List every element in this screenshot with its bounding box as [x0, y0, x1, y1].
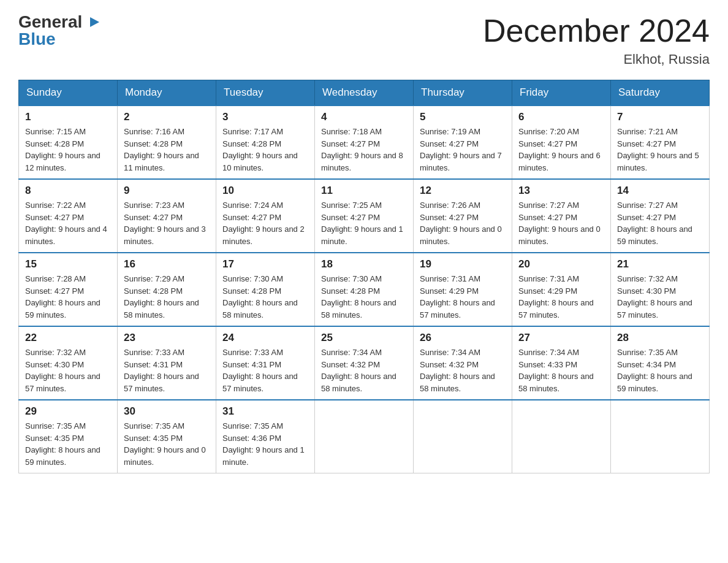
logo-blue-text: Blue [18, 29, 56, 49]
calendar-cell: 9 Sunrise: 7:23 AMSunset: 4:27 PMDayligh… [118, 179, 216, 253]
day-number: 11 [321, 185, 407, 197]
weekday-header-tuesday: Tuesday [216, 80, 315, 106]
calendar-cell [315, 400, 414, 473]
title-block: December 2024 Elkhot, Russia [483, 12, 710, 67]
calendar-week-1: 1 Sunrise: 7:15 AMSunset: 4:28 PMDayligh… [19, 105, 710, 179]
day-info: Sunrise: 7:22 AMSunset: 4:27 PMDaylight:… [25, 199, 111, 247]
calendar-cell: 10 Sunrise: 7:24 AMSunset: 4:27 PMDaylig… [216, 179, 315, 253]
calendar-cell: 31 Sunrise: 7:35 AMSunset: 4:36 PMDaylig… [216, 400, 315, 473]
day-number: 29 [25, 405, 111, 418]
calendar-cell: 14 Sunrise: 7:27 AMSunset: 4:27 PMDaylig… [611, 179, 710, 253]
day-info: Sunrise: 7:35 AMSunset: 4:36 PMDaylight:… [222, 420, 308, 468]
calendar-cell: 11 Sunrise: 7:25 AMSunset: 4:27 PMDaylig… [315, 179, 414, 253]
day-number: 13 [518, 185, 604, 197]
calendar-cell: 24 Sunrise: 7:33 AMSunset: 4:31 PMDaylig… [216, 326, 315, 400]
day-number: 19 [420, 258, 506, 270]
calendar-cell: 15 Sunrise: 7:28 AMSunset: 4:27 PMDaylig… [19, 253, 118, 326]
day-number: 3 [222, 111, 308, 123]
calendar-cell [611, 400, 710, 473]
day-number: 20 [518, 258, 604, 270]
day-number: 9 [124, 185, 210, 197]
day-info: Sunrise: 7:29 AMSunset: 4:28 PMDaylight:… [124, 273, 210, 321]
calendar-cell: 5 Sunrise: 7:19 AMSunset: 4:27 PMDayligh… [414, 105, 512, 179]
weekday-header-sunday: Sunday [19, 80, 118, 106]
day-number: 8 [25, 185, 111, 197]
day-info: Sunrise: 7:19 AMSunset: 4:27 PMDaylight:… [420, 126, 506, 174]
calendar-cell: 23 Sunrise: 7:33 AMSunset: 4:31 PMDaylig… [118, 326, 216, 400]
day-info: Sunrise: 7:35 AMSunset: 4:34 PMDaylight:… [617, 347, 703, 394]
calendar-body: 1 Sunrise: 7:15 AMSunset: 4:28 PMDayligh… [19, 105, 710, 473]
day-number: 10 [222, 185, 308, 197]
day-info: Sunrise: 7:23 AMSunset: 4:27 PMDaylight:… [124, 199, 210, 247]
day-number: 30 [124, 405, 210, 418]
calendar-cell: 12 Sunrise: 7:26 AMSunset: 4:27 PMDaylig… [414, 179, 512, 253]
day-number: 1 [25, 111, 111, 123]
day-number: 14 [617, 185, 703, 197]
day-info: Sunrise: 7:33 AMSunset: 4:31 PMDaylight:… [222, 347, 308, 394]
weekday-header-thursday: Thursday [414, 80, 512, 106]
day-info: Sunrise: 7:33 AMSunset: 4:31 PMDaylight:… [124, 347, 210, 394]
calendar-week-5: 29 Sunrise: 7:35 AMSunset: 4:35 PMDaylig… [19, 400, 710, 473]
day-number: 4 [321, 111, 407, 123]
calendar-cell: 16 Sunrise: 7:29 AMSunset: 4:28 PMDaylig… [118, 253, 216, 326]
calendar-cell: 25 Sunrise: 7:34 AMSunset: 4:32 PMDaylig… [315, 326, 414, 400]
day-number: 28 [617, 332, 703, 344]
day-info: Sunrise: 7:28 AMSunset: 4:27 PMDaylight:… [25, 273, 111, 321]
calendar-week-4: 22 Sunrise: 7:32 AMSunset: 4:30 PMDaylig… [19, 326, 710, 400]
day-info: Sunrise: 7:31 AMSunset: 4:29 PMDaylight:… [420, 273, 506, 321]
calendar-week-3: 15 Sunrise: 7:28 AMSunset: 4:27 PMDaylig… [19, 253, 710, 326]
day-number: 21 [617, 258, 703, 270]
calendar-week-2: 8 Sunrise: 7:22 AMSunset: 4:27 PMDayligh… [19, 179, 710, 253]
calendar-cell: 28 Sunrise: 7:35 AMSunset: 4:34 PMDaylig… [611, 326, 710, 400]
page-subtitle: Elkhot, Russia [483, 52, 710, 67]
calendar-header: SundayMondayTuesdayWednesdayThursdayFrid… [19, 80, 710, 106]
logo: General Blue [18, 12, 102, 49]
calendar-cell: 7 Sunrise: 7:21 AMSunset: 4:27 PMDayligh… [611, 105, 710, 179]
calendar-cell: 2 Sunrise: 7:16 AMSunset: 4:28 PMDayligh… [118, 105, 216, 179]
calendar-cell: 30 Sunrise: 7:35 AMSunset: 4:35 PMDaylig… [118, 400, 216, 473]
calendar-cell: 6 Sunrise: 7:20 AMSunset: 4:27 PMDayligh… [512, 105, 611, 179]
day-number: 31 [222, 405, 308, 418]
weekday-header-row: SundayMondayTuesdayWednesdayThursdayFrid… [19, 80, 710, 106]
day-number: 17 [222, 258, 308, 270]
day-number: 18 [321, 258, 407, 270]
calendar-cell [512, 400, 611, 473]
day-info: Sunrise: 7:21 AMSunset: 4:27 PMDaylight:… [617, 126, 703, 174]
calendar-cell: 19 Sunrise: 7:31 AMSunset: 4:29 PMDaylig… [414, 253, 512, 326]
logo-flag-icon [88, 15, 102, 29]
day-info: Sunrise: 7:31 AMSunset: 4:29 PMDaylight:… [518, 273, 604, 321]
calendar-cell: 21 Sunrise: 7:32 AMSunset: 4:30 PMDaylig… [611, 253, 710, 326]
calendar-cell: 4 Sunrise: 7:18 AMSunset: 4:27 PMDayligh… [315, 105, 414, 179]
day-info: Sunrise: 7:34 AMSunset: 4:33 PMDaylight:… [518, 347, 604, 394]
day-info: Sunrise: 7:17 AMSunset: 4:28 PMDaylight:… [222, 126, 308, 174]
calendar-cell: 3 Sunrise: 7:17 AMSunset: 4:28 PMDayligh… [216, 105, 315, 179]
day-info: Sunrise: 7:30 AMSunset: 4:28 PMDaylight:… [321, 273, 407, 321]
day-info: Sunrise: 7:32 AMSunset: 4:30 PMDaylight:… [617, 273, 703, 321]
calendar-cell: 22 Sunrise: 7:32 AMSunset: 4:30 PMDaylig… [19, 326, 118, 400]
calendar-cell: 13 Sunrise: 7:27 AMSunset: 4:27 PMDaylig… [512, 179, 611, 253]
day-info: Sunrise: 7:16 AMSunset: 4:28 PMDaylight:… [124, 126, 210, 174]
day-info: Sunrise: 7:18 AMSunset: 4:27 PMDaylight:… [321, 126, 407, 174]
day-info: Sunrise: 7:34 AMSunset: 4:32 PMDaylight:… [420, 347, 506, 394]
day-info: Sunrise: 7:32 AMSunset: 4:30 PMDaylight:… [25, 347, 111, 394]
calendar-cell: 8 Sunrise: 7:22 AMSunset: 4:27 PMDayligh… [19, 179, 118, 253]
day-info: Sunrise: 7:34 AMSunset: 4:32 PMDaylight:… [321, 347, 407, 394]
calendar-cell: 1 Sunrise: 7:15 AMSunset: 4:28 PMDayligh… [19, 105, 118, 179]
svg-marker-0 [90, 17, 99, 27]
day-number: 6 [518, 111, 604, 123]
day-number: 7 [617, 111, 703, 123]
day-number: 27 [518, 332, 604, 344]
day-info: Sunrise: 7:30 AMSunset: 4:28 PMDaylight:… [222, 273, 308, 321]
day-number: 23 [124, 332, 210, 344]
day-info: Sunrise: 7:15 AMSunset: 4:28 PMDaylight:… [25, 126, 111, 174]
day-info: Sunrise: 7:20 AMSunset: 4:27 PMDaylight:… [518, 126, 604, 174]
calendar-cell: 18 Sunrise: 7:30 AMSunset: 4:28 PMDaylig… [315, 253, 414, 326]
day-number: 2 [124, 111, 210, 123]
weekday-header-friday: Friday [512, 80, 611, 106]
day-number: 5 [420, 111, 506, 123]
calendar-cell: 17 Sunrise: 7:30 AMSunset: 4:28 PMDaylig… [216, 253, 315, 326]
day-info: Sunrise: 7:35 AMSunset: 4:35 PMDaylight:… [25, 420, 111, 468]
day-info: Sunrise: 7:24 AMSunset: 4:27 PMDaylight:… [222, 199, 308, 247]
calendar-cell: 20 Sunrise: 7:31 AMSunset: 4:29 PMDaylig… [512, 253, 611, 326]
weekday-header-monday: Monday [118, 80, 216, 106]
